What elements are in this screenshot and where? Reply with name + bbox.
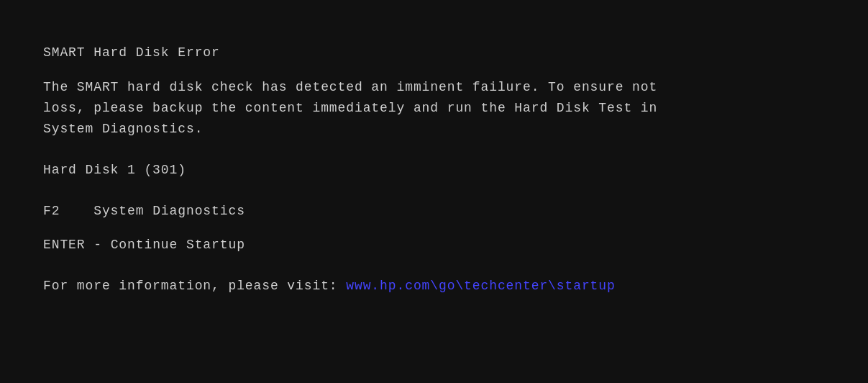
disk-identifier: Hard Disk 1 (301): [43, 161, 825, 180]
info-link[interactable]: www.hp.com\go\techcenter\startup: [346, 279, 615, 293]
error-description: The SMART hard disk check has detected a…: [43, 77, 825, 139]
f2-key: F2: [43, 204, 60, 218]
f2-action: F2 System Diagnostics: [43, 202, 825, 221]
enter-action: ENTER - Continue Startup: [43, 235, 825, 255]
error-screen: SMART Hard Disk Error The SMART hard dis…: [0, 0, 868, 383]
description-line3: System Diagnostics.: [43, 122, 203, 136]
info-prefix: For more information, please visit:: [43, 279, 338, 293]
description-line1: The SMART hard disk check has detected a…: [43, 80, 657, 94]
enter-separator: -: [93, 238, 102, 252]
enter-key: ENTER: [43, 238, 86, 252]
error-title: SMART Hard Disk Error: [43, 43, 825, 63]
info-line: For more information, please visit: www.…: [43, 276, 825, 296]
description-line2: loss, please backup the content immediat…: [43, 101, 657, 115]
enter-label: Continue Startup: [111, 238, 245, 252]
f2-label: System Diagnostics: [93, 204, 245, 218]
